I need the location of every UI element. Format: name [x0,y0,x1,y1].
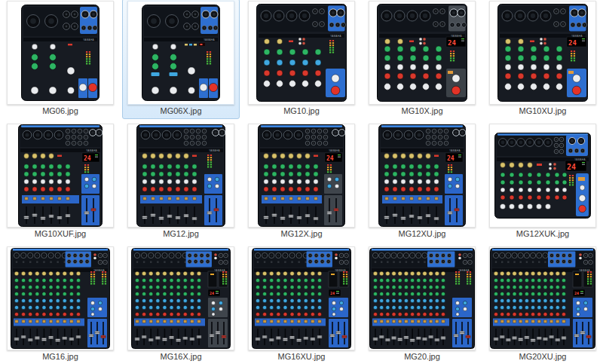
file-tile[interactable]: YAMAHA24 MG20XU.jpg [484,244,601,364]
file-name-label: MG16.jpg [42,352,78,362]
mixer-thumbnail-image: YAMAHA [142,5,220,101]
file-name-label: MG10XU.jpg [519,106,567,116]
file-tile[interactable]: YAMAHA24 MG12X.jpg [243,121,360,242]
thumbnail-frame: YAMAHA [248,1,355,105]
thumbnail-frame: YAMAHA [127,1,234,105]
thumbnail-frame: YAMAHA24 [489,1,596,105]
file-tile[interactable]: YAMAHA24 MG10X.jpg [363,0,481,119]
mixer-thumbnail-image: YAMAHA24 [131,248,231,349]
mixer-thumbnail-image: YAMAHA [21,5,99,101]
mixer-thumbnail-image: YAMAHA [369,248,475,349]
svg-text:24: 24 [574,291,579,295]
thumbnail-frame: YAMAHA [127,124,234,228]
mixer-thumbnail-image: YAMAHA24 [490,248,595,349]
svg-text:24: 24 [568,39,577,47]
thumbnail-frame: YAMAHA [7,1,114,105]
mixer-thumbnail-image: YAMAHA24 [497,4,588,102]
thumbnail-frame: YAMAHA24 [7,124,114,228]
file-name-label: MG10X.jpg [401,106,442,116]
file-tile[interactable]: YAMAHA24 MG16XU.jpg [243,244,360,364]
mixer-thumbnail-image: YAMAHA24 [378,124,466,227]
file-name-label: MG20.jpg [404,352,440,362]
mixer-thumbnail-image: YAMAHA24 [377,4,467,102]
svg-text:YAMAHA: YAMAHA [329,149,340,152]
svg-text:YAMAHA: YAMAHA [86,149,97,152]
mixer-thumbnail-image: YAMAHA24 [494,133,591,219]
svg-text:YAMAHA: YAMAHA [209,149,220,152]
mixer-thumbnail-image: YAMAHA24 [18,124,103,227]
file-name-label: MG12.jpg [163,229,199,239]
svg-text:24: 24 [330,291,335,295]
svg-text:24: 24 [447,155,455,162]
file-tile[interactable]: YAMAHA24 MG16X.jpg [122,244,240,364]
thumbnail-frame: YAMAHA24 [127,246,234,350]
file-name-label: MG06X.jpg [160,106,201,116]
thumbnail-frame: YAMAHA24 [369,124,476,228]
svg-text:YAMAHA: YAMAHA [330,35,341,38]
svg-text:24: 24 [84,155,91,162]
file-tile[interactable]: YAMAHA24 MG12XU.jpg [363,121,481,242]
mixer-thumbnail-image: YAMAHA [256,4,347,102]
file-grid: YAMAHA MG06.jpg YAMAHA MG06X.jpg YAMAHA … [0,0,603,364]
thumbnail-frame: YAMAHA [7,246,114,350]
svg-text:YAMAHA: YAMAHA [83,38,94,41]
file-name-label: MG12X.jpg [280,229,322,239]
svg-text:YAMAHA: YAMAHA [204,38,215,41]
thumbnail-frame: YAMAHA [369,246,476,350]
file-tile[interactable]: YAMAHA24 MG10XU.jpg [484,0,601,119]
thumbnail-frame: YAMAHA24 [248,246,355,350]
mixer-thumbnail-image: YAMAHA24 [258,124,345,227]
file-tile[interactable]: YAMAHA MG16.jpg [2,244,119,364]
mixer-thumbnail-image: YAMAHA [136,124,225,227]
thumbnail-frame: YAMAHA24 [248,124,355,228]
file-tile[interactable]: YAMAHA MG06.jpg [2,0,119,119]
file-tile[interactable]: YAMAHA MG10.jpg [243,0,360,119]
svg-text:YAMAHA: YAMAHA [449,149,461,152]
file-name-label: MG06.jpg [42,106,78,116]
file-name-label: MG10XUF.jpg [35,229,86,239]
svg-text:24: 24 [448,39,456,47]
file-tile[interactable]: YAMAHA24 MG10XUF.jpg [2,121,119,242]
file-name-label: MG20XU.jpg [519,352,567,362]
file-name-label: MG12XUK.jpg [516,229,569,239]
svg-text:24: 24 [210,291,214,295]
file-tile[interactable]: YAMAHA MG12.jpg [122,121,240,242]
file-name-label: MG10.jpg [283,106,320,116]
thumbnail-frame: YAMAHA24 [489,124,596,228]
svg-text:24: 24 [567,163,576,171]
file-name-label: MG12XU.jpg [399,229,446,239]
file-name-label: MG16XU.jpg [278,352,326,362]
file-tile[interactable]: YAMAHA MG06X.jpg [122,0,240,119]
svg-text:24: 24 [326,155,334,162]
thumbnail-frame: YAMAHA24 [489,246,596,350]
file-tile[interactable]: YAMAHA24 MG12XUK.jpg [484,121,601,242]
file-tile[interactable]: YAMAHA MG20.jpg [363,244,481,364]
mixer-thumbnail-image: YAMAHA [11,248,110,349]
mixer-thumbnail-image: YAMAHA24 [252,248,351,349]
file-name-label: MG16X.jpg [160,352,201,362]
thumbnail-frame: YAMAHA24 [369,1,476,105]
